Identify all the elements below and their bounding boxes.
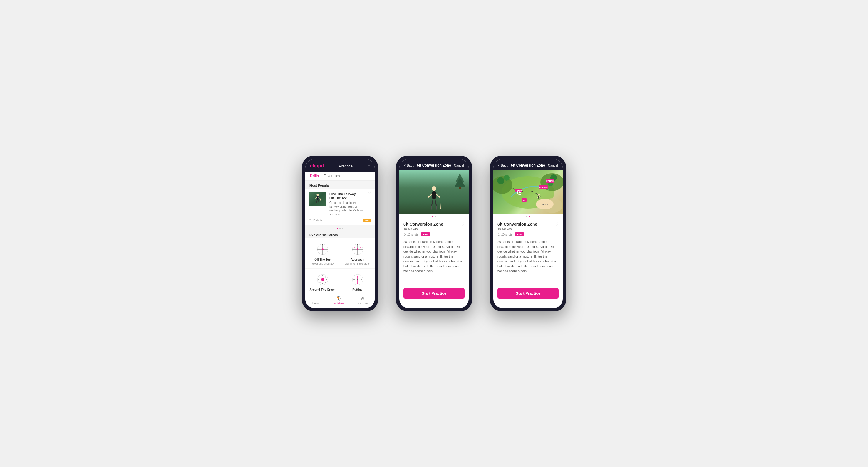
drill-description: Create an imaginary fairway using trees … [330, 201, 365, 216]
favourite-icon[interactable]: ♡ [368, 192, 371, 196]
cancel-button-3[interactable]: Cancel [548, 164, 558, 167]
drill-title: 6ft Conversion Zone [403, 222, 443, 227]
phone3-header: < Back 6ft Conversion Zone Cancel [493, 159, 563, 170]
svg-line-4 [316, 200, 317, 203]
skill-desc-approach: Dial-in to hit the green [344, 262, 370, 265]
nav-home[interactable]: ⌂ Home [312, 296, 319, 305]
svg-rect-1 [317, 196, 318, 200]
map-image-dots [493, 214, 563, 219]
navbar: ⌂ Home 🏌 Activities ⊕ Capture [305, 293, 375, 308]
drill-info: 6ft Conversion Zone 10-50 yds ♡ ⏱ 20 sho… [399, 219, 469, 276]
dot-3 [342, 228, 343, 229]
dot-2 [339, 228, 341, 229]
drill-tag-3: ARG [515, 232, 524, 236]
golfer-figure [425, 185, 443, 214]
nav-capture-label: Capture [358, 302, 368, 305]
skill-putting[interactable]: Putting Make and lag practice [340, 269, 375, 293]
back-button[interactable]: < Back [404, 164, 414, 167]
svg-point-24 [360, 247, 361, 247]
home-icon: ⌂ [314, 296, 317, 301]
start-practice-button-3[interactable]: Start Practice [497, 288, 559, 299]
svg-point-37 [357, 275, 358, 277]
most-popular-label: Most Popular [305, 180, 375, 189]
svg-line-5 [318, 200, 319, 203]
svg-line-48 [435, 199, 436, 206]
svg-point-34 [325, 282, 326, 282]
skill-grid: Off The Tee Power and accuracy [305, 238, 375, 293]
svg-rect-44 [432, 192, 436, 199]
phone2-content: 6ft Conversion Zone 10-50 yds ♡ ⏱ 20 sho… [399, 170, 469, 285]
activities-icon: 🏌 [336, 296, 342, 301]
nav-activities[interactable]: 🏌 Activities [334, 296, 344, 305]
menu-icon[interactable]: ≡ [368, 164, 370, 168]
svg-line-45 [428, 194, 432, 197]
svg-point-39 [353, 279, 355, 280]
carousel-dots [305, 226, 375, 231]
phones-container: clippd Practice ≡ Drills Favourites Most… [302, 156, 566, 311]
svg-point-80 [519, 192, 521, 193]
svg-line-51 [440, 197, 440, 208]
drill-info-3: 6ft Conversion Zone 10-50 yds ♡ ⏱ 20 sho… [493, 219, 563, 276]
skill-approach[interactable]: Approach Dial-in to hit the green [340, 238, 375, 268]
svg-point-29 [318, 279, 319, 280]
svg-point-23 [354, 247, 355, 247]
svg-text:SAND: SAND [541, 203, 548, 206]
skill-name-approach: Approach [350, 258, 364, 261]
tabs: Drills Favourites [305, 171, 375, 180]
image-dots [399, 214, 469, 219]
shots-info-3: ⏱ 20 shots [497, 233, 513, 236]
svg-line-47 [432, 199, 433, 206]
clock-icon-3: ⏱ [497, 233, 500, 236]
off-tee-icon [315, 242, 330, 257]
shots-info: ⏱ 20 shots [403, 233, 418, 236]
tab-drills[interactable]: Drills [310, 174, 319, 180]
drill-subtitle: Off The Tee [330, 196, 365, 200]
tree-icon [454, 172, 466, 190]
skill-atg[interactable]: Around The Green Hone your short game [305, 269, 340, 293]
svg-line-49 [431, 206, 432, 210]
phone-3: < Back 6ft Conversion Zone Cancel [490, 156, 566, 311]
svg-rect-54 [459, 187, 461, 189]
drill-title: Find The Fairway [330, 192, 365, 196]
shots-label: ⏱ 10 shots [309, 219, 322, 222]
map-placeholder: FAIRWAY ROUGH Miss Hit SAND [493, 170, 563, 214]
featured-drill-card[interactable]: Find The Fairway Off The Tee Create an i… [305, 189, 375, 225]
svg-line-50 [436, 206, 437, 210]
drill-range-3: 10-50 yds [497, 227, 537, 231]
logo: clippd [310, 163, 324, 169]
skill-name-putting: Putting [352, 288, 362, 291]
svg-point-61 [504, 175, 509, 180]
approach-icon [350, 242, 365, 257]
favourite-icon-3[interactable]: ♡ [555, 222, 559, 227]
explore-label: Explore skill areas [305, 231, 375, 238]
map-dot-1 [526, 216, 527, 218]
skill-off-tee[interactable]: Off The Tee Power and accuracy [305, 238, 340, 268]
drill-thumbnail [309, 192, 327, 206]
phone2-header-title: 6ft Conversion Zone [417, 163, 451, 167]
back-button-3[interactable]: < Back [498, 164, 508, 167]
favourite-icon[interactable]: ♡ [461, 222, 465, 227]
atg-icon [315, 272, 330, 287]
svg-line-3 [318, 197, 320, 199]
cancel-button[interactable]: Cancel [454, 164, 464, 167]
drill-info: Find The Fairway Off The Tee Create an i… [330, 192, 365, 216]
svg-line-13 [319, 245, 321, 248]
svg-point-26 [321, 278, 324, 281]
drill-title-3: 6ft Conversion Zone [497, 222, 537, 227]
img-dot-2 [435, 216, 436, 218]
start-practice-button[interactable]: Start Practice [403, 288, 465, 299]
phone2-header: < Back 6ft Conversion Zone Cancel [399, 159, 469, 170]
svg-text:ROUGH: ROUGH [546, 180, 554, 182]
clock-icon: ⏱ [403, 233, 406, 236]
svg-text:FAIRWAY: FAIRWAY [538, 187, 548, 189]
home-indicator-3 [493, 302, 563, 308]
header-title: Practice [339, 164, 352, 168]
svg-point-30 [326, 279, 327, 280]
svg-point-15 [322, 244, 323, 245]
skill-name-atg: Around The Green [310, 288, 336, 291]
photo-placeholder [399, 170, 469, 214]
home-bar [427, 305, 441, 305]
tab-favourites[interactable]: Favourites [323, 174, 340, 180]
nav-capture[interactable]: ⊕ Capture [358, 296, 368, 305]
phone-1: clippd Practice ≡ Drills Favourites Most… [302, 156, 378, 311]
